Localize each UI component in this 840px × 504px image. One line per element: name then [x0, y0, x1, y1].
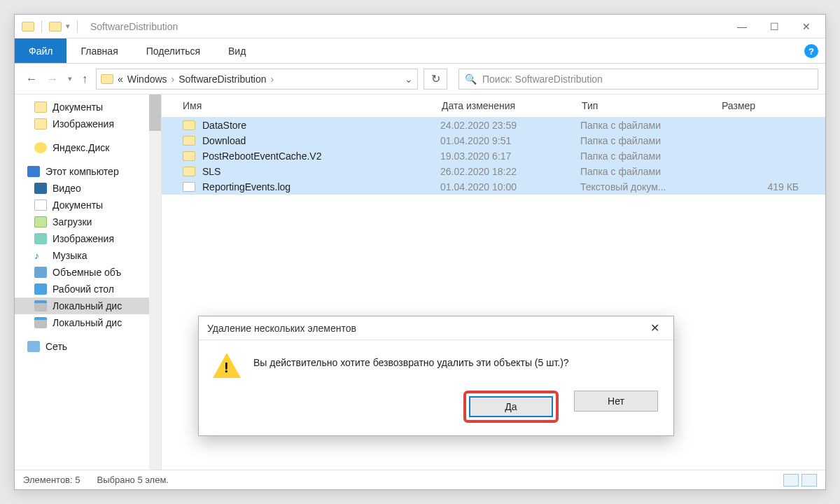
- tab-file[interactable]: Файл: [15, 38, 66, 63]
- sidebar-item-local-disk-2[interactable]: Локальный дис: [15, 314, 161, 331]
- sidebar-item-label: Загрузки: [52, 216, 92, 227]
- qat-dropdown-icon[interactable]: ▾: [66, 22, 70, 31]
- quick-access-toolbar: ▾: [18, 20, 85, 33]
- scrollbar-thumb[interactable]: [149, 94, 161, 131]
- help-icon[interactable]: ?: [804, 44, 818, 58]
- column-type[interactable]: Тип: [582, 100, 722, 111]
- view-details-button[interactable]: [783, 474, 799, 486]
- file-name: SLS: [202, 166, 440, 177]
- file-row[interactable]: DataStore 24.02.2020 23:59 Папка с файла…: [162, 118, 825, 133]
- delete-confirmation-dialog: Удаление нескольких элементов ✕ Вы дейст…: [198, 316, 674, 436]
- desktop-icon: [34, 284, 47, 295]
- search-box[interactable]: 🔍 Поиск: SoftwareDistribution: [458, 69, 818, 90]
- qat-folder-icon[interactable]: [49, 22, 62, 31]
- sidebar-item-pictures[interactable]: Изображения: [15, 115, 161, 132]
- file-name: ReportingEvents.log: [202, 181, 440, 192]
- window-controls: — ☐ ✕: [726, 15, 822, 38]
- breadcrumb-windows[interactable]: Windows: [127, 74, 167, 85]
- file-size: 419 КБ: [720, 181, 820, 192]
- back-button[interactable]: ←: [26, 73, 37, 85]
- up-button[interactable]: ↑: [82, 73, 88, 85]
- sidebar-item-this-pc[interactable]: Этот компьютер: [15, 163, 161, 180]
- file-row[interactable]: ReportingEvents.log 01.04.2020 10:00 Тек…: [162, 179, 825, 195]
- status-bar: Элементов: 5 Выбрано 5 элем.: [15, 470, 825, 489]
- dialog-title: Удаление нескольких элементов: [207, 323, 356, 334]
- pictures-icon: [34, 233, 47, 244]
- sidebar-item-downloads[interactable]: Загрузки: [15, 214, 161, 230]
- maximize-button[interactable]: ☐: [758, 15, 790, 38]
- sidebar-item-label: Рабочий стол: [52, 284, 114, 295]
- disk-icon: [34, 300, 47, 312]
- sidebar-item-label: Документы: [52, 200, 103, 211]
- file-type: Папка с файлами: [580, 166, 720, 177]
- file-type: Текстовый докум...: [580, 181, 720, 192]
- sidebar-item-pictures-2[interactable]: Изображения: [15, 230, 161, 247]
- tab-view[interactable]: Вид: [214, 38, 260, 63]
- search-placeholder: Поиск: SoftwareDistribution: [482, 74, 603, 85]
- downloads-icon: [34, 216, 47, 227]
- sidebar-item-label: Документы: [52, 102, 103, 113]
- refresh-button[interactable]: ↻: [424, 69, 447, 90]
- sidebar-item-desktop[interactable]: Рабочий стол: [15, 281, 161, 298]
- file-type: Папка с файлами: [580, 135, 720, 146]
- view-buttons: [783, 474, 817, 486]
- sidebar-item-documents-2[interactable]: Документы: [15, 197, 161, 214]
- folder-icon: [34, 102, 47, 113]
- tab-share[interactable]: Поделиться: [132, 38, 214, 63]
- sidebar-item-label: Сеть: [46, 341, 67, 352]
- yes-button[interactable]: Да: [469, 396, 553, 417]
- ribbon-tabs: Файл Главная Поделиться Вид ?: [15, 38, 825, 64]
- file-row[interactable]: PostRebootEventCache.V2 19.03.2020 6:17 …: [162, 148, 825, 164]
- sidebar-item-label: Этот компьютер: [46, 166, 119, 177]
- view-large-icons-button[interactable]: [802, 474, 817, 486]
- sidebar-item-label: Объемные объ: [52, 267, 121, 278]
- chevron-right-icon[interactable]: ›: [172, 74, 175, 85]
- address-dropdown-icon[interactable]: ⌄: [405, 74, 413, 85]
- address-bar[interactable]: « Windows › SoftwareDistribution › ⌄: [96, 69, 418, 90]
- folder-icon: [34, 118, 47, 130]
- chevron-right-icon[interactable]: ›: [271, 74, 274, 85]
- sidebar-item-videos[interactable]: Видео: [15, 180, 161, 197]
- nav-pane: Документы Изображения Яндекс.Диск Этот к…: [15, 94, 162, 470]
- dialog-close-button[interactable]: ✕: [644, 321, 665, 335]
- highlight-annotation: Да: [463, 391, 559, 423]
- sidebar-item-local-disk-1[interactable]: Локальный дис: [15, 298, 161, 314]
- sidebar-item-label: Видео: [52, 183, 81, 194]
- close-button[interactable]: ✕: [790, 15, 822, 38]
- column-date[interactable]: Дата изменения: [442, 100, 582, 111]
- network-icon: [27, 341, 40, 352]
- text-file-icon: [183, 182, 195, 192]
- column-name[interactable]: Имя: [183, 100, 442, 111]
- sidebar-item-yandex-disk[interactable]: Яндекс.Диск: [15, 139, 161, 156]
- status-selected-count: Выбрано 5 элем.: [97, 475, 169, 485]
- breadcrumb-prefix: «: [118, 74, 123, 85]
- recent-dropdown-icon[interactable]: ▾: [68, 74, 72, 83]
- file-date: 01.04.2020 9:51: [440, 135, 580, 146]
- warning-icon: [213, 353, 241, 378]
- sidebar-item-network[interactable]: Сеть: [15, 338, 161, 355]
- titlebar: ▾ SoftwareDistribution — ☐ ✕: [15, 15, 825, 38]
- column-headers: Имя Дата изменения Тип Размер: [162, 94, 825, 118]
- minimize-button[interactable]: —: [726, 15, 758, 38]
- sidebar-item-documents[interactable]: Документы: [15, 99, 161, 115]
- explorer-window: ▾ SoftwareDistribution — ☐ ✕ Файл Главна…: [14, 14, 826, 490]
- dialog-buttons: Да Нет: [199, 384, 673, 435]
- file-row[interactable]: SLS 26.02.2020 18:22 Папка с файлами: [162, 164, 825, 179]
- column-size[interactable]: Размер: [722, 100, 820, 111]
- documents-icon: [34, 200, 47, 211]
- forward-button[interactable]: →: [47, 73, 58, 85]
- dialog-body: Вы действительно хотите безвозвратно уда…: [199, 340, 673, 384]
- this-pc-icon: [27, 166, 40, 177]
- sidebar-item-3d-objects[interactable]: Объемные объ: [15, 264, 161, 281]
- no-button[interactable]: Нет: [574, 391, 658, 412]
- folder-icon: [183, 120, 195, 130]
- breadcrumb-softwaredistribution[interactable]: SoftwareDistribution: [178, 74, 266, 85]
- 3d-objects-icon: [34, 267, 47, 278]
- file-name: DataStore: [202, 120, 440, 131]
- videos-icon: [34, 183, 47, 194]
- tab-home[interactable]: Главная: [66, 38, 132, 63]
- file-date: 26.02.2020 18:22: [440, 166, 580, 177]
- sidebar-scrollbar[interactable]: [149, 94, 161, 470]
- sidebar-item-music[interactable]: ♪Музыка: [15, 247, 161, 264]
- file-row[interactable]: Download 01.04.2020 9:51 Папка с файлами: [162, 133, 825, 148]
